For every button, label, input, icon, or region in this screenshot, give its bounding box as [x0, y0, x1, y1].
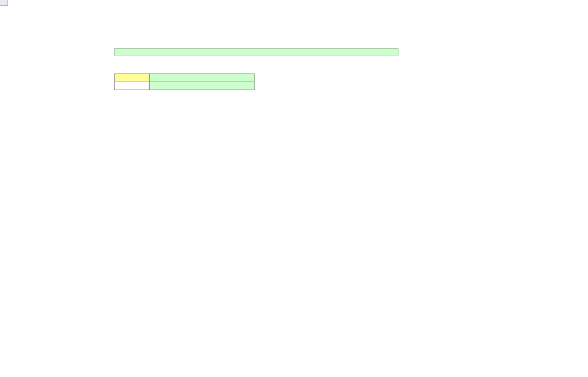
property-address-input[interactable] [114, 48, 399, 57]
property-address-label [23, 48, 114, 57]
net-rental-label [23, 325, 126, 333]
share-header [114, 65, 149, 73]
investor-header [23, 65, 114, 73]
investor1-label [23, 73, 114, 82]
income-section-label [23, 98, 114, 107]
name-header [149, 65, 255, 73]
expenses-section-label [23, 140, 114, 149]
investor2-label [23, 81, 114, 90]
investor2-share-cell[interactable] [114, 81, 149, 90]
investor1-share-cell[interactable] [114, 73, 149, 82]
investor1-name-input[interactable] [149, 73, 255, 82]
investor2-name-input[interactable] [149, 81, 255, 90]
select-all-corner[interactable] [0, 0, 8, 6]
tax-deductions-label [23, 341, 114, 350]
spreadsheet [0, 0, 588, 377]
